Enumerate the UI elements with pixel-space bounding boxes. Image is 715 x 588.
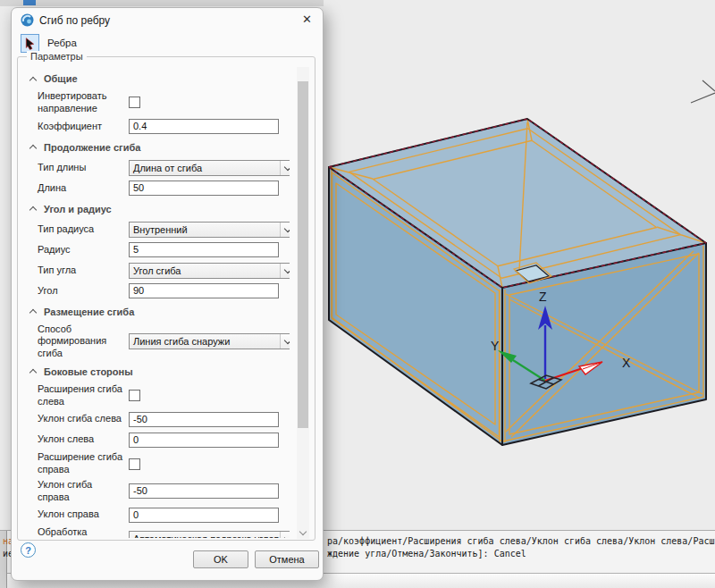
dropdown-value: Линия сгиба снаружи <box>133 336 230 347</box>
section-header[interactable]: Угол и радиус <box>29 200 290 218</box>
param-label: Тип угла <box>38 265 129 277</box>
dropdown[interactable]: Внутренний <box>129 222 290 238</box>
checkbox[interactable] <box>129 97 140 108</box>
param-label: Уклон справа <box>38 508 129 521</box>
parameters-groupbox: Параметры ОбщиеИнвертировать направление… <box>17 56 315 541</box>
chevron-down-icon <box>283 534 290 538</box>
param-row: Радиус5 <box>38 241 290 259</box>
param-row: Расширение сгиба справа <box>38 451 290 476</box>
dropdown-value: Угол сгиба <box>133 265 181 276</box>
param-label: Длина <box>38 182 129 195</box>
section-header[interactable]: Общие <box>29 70 290 88</box>
app-toolbar-fragment <box>0 0 324 6</box>
dropdown-value: Внутренний <box>133 224 188 235</box>
param-row: Тип углаУгол сгиба <box>38 262 290 280</box>
text-input[interactable]: 5 <box>129 242 279 257</box>
chevron-down-icon <box>283 265 290 273</box>
checkbox[interactable] <box>129 390 140 401</box>
text-input[interactable]: 0 <box>129 508 279 523</box>
edges-selector-label: Ребра <box>47 38 77 48</box>
param-label: Тип длины <box>38 162 129 174</box>
x-axis-label: X <box>622 356 631 370</box>
scroll-up-arrow[interactable] <box>297 67 309 80</box>
command-history-line-1: ра/коэффициент/Расширения сгиба слева/Ук… <box>327 536 715 546</box>
dropdown-value: Длина от сгиба <box>133 163 202 173</box>
chevron-down-icon <box>283 224 290 231</box>
dropdown-button[interactable] <box>280 223 290 237</box>
section-title: Боковые стороны <box>44 366 133 377</box>
section-title: Угол и радиус <box>44 204 112 214</box>
param-label: Уклон слева <box>38 433 129 446</box>
param-label: Инвертировать направление <box>38 90 129 115</box>
param-row: Тип длиныДлина от сгиба <box>38 159 290 177</box>
dropdown[interactable]: Линия сгиба снаружи <box>129 333 290 349</box>
param-row: Тип радиусаВнутренний <box>38 221 290 239</box>
edges-selector-row: Ребра <box>21 33 77 53</box>
y-axis-label: Y <box>491 339 500 353</box>
z-axis-label: Z <box>539 290 547 304</box>
param-label: Способ формирования сгиба <box>38 323 129 360</box>
collapse-chevron-icon <box>29 145 37 152</box>
cursor-icon <box>23 37 37 50</box>
param-label: Уклон сгиба слева <box>38 413 129 425</box>
edges-select-button[interactable] <box>21 34 39 53</box>
param-row: Уклон слева0 <box>38 431 290 449</box>
section-header[interactable]: Продолжение сгиба <box>29 139 290 156</box>
section-header[interactable]: Размещение сгиба <box>29 303 290 321</box>
param-label: Коэффициент <box>38 121 129 133</box>
dropdown[interactable]: Длина от сгиба <box>129 160 290 176</box>
text-input[interactable]: 50 <box>129 181 279 196</box>
parameters-group-title: Параметры <box>27 51 87 62</box>
text-input[interactable]: 0.4 <box>129 119 279 134</box>
chevron-down-icon <box>283 337 290 344</box>
param-label: Угол <box>38 285 129 298</box>
collapse-chevron-icon <box>29 369 37 376</box>
help-button[interactable]: ? <box>21 542 36 558</box>
chevron-down-icon <box>283 163 290 170</box>
param-label: Тип радиуса <box>38 223 129 236</box>
collapse-chevron-icon <box>29 206 37 214</box>
param-row: Угол90 <box>38 282 290 300</box>
dialog-titlebar[interactable]: Сгиб по ребру ✕ <box>12 8 323 31</box>
scroll-down-arrow[interactable] <box>297 526 309 539</box>
dialog-footer: ? OK Отмена <box>12 539 323 580</box>
chevron-down-icon <box>299 528 307 535</box>
checkbox[interactable] <box>129 458 140 470</box>
offscreen-geometry-lines <box>691 80 715 103</box>
section-title: Размещение сгиба <box>44 307 134 317</box>
section-title: Продолжение сгиба <box>44 142 140 153</box>
param-row: Уклон сгиба справа-50 <box>38 479 290 504</box>
text-input[interactable]: -50 <box>129 483 279 499</box>
text-input[interactable]: 0 <box>129 433 279 448</box>
param-label: Радиус <box>38 244 129 256</box>
ok-button[interactable]: OK <box>193 550 248 568</box>
dropdown-button[interactable] <box>280 264 290 278</box>
param-row: Уклон сгиба слева-50 <box>38 410 290 428</box>
dropdown-button[interactable] <box>280 334 290 349</box>
param-row: Расширения сгиба слева <box>38 383 290 408</box>
dialog-app-icon <box>21 13 34 27</box>
section-header[interactable]: Боковые стороны <box>29 363 290 381</box>
param-label: Расширение сгиба справа <box>38 451 129 476</box>
param-row: Коэффициент0.4 <box>38 118 290 136</box>
param-label: Обработка перекрытий <box>38 526 129 538</box>
dropdown-button[interactable] <box>280 532 290 538</box>
scrollbar-thumb[interactable] <box>298 81 308 428</box>
param-label: Расширения сгиба слева <box>38 383 129 408</box>
parameters-scrollbar[interactable] <box>297 67 309 539</box>
param-scroll-content: ОбщиеИнвертировать направлениеКоэффициен… <box>27 68 290 538</box>
collapse-chevron-icon <box>29 76 37 83</box>
bend-by-edge-dialog: Сгиб по ребру ✕ Ребра Параметры ОбщиеИнв… <box>11 7 324 581</box>
dropdown-button[interactable] <box>280 161 290 175</box>
text-input[interactable]: -50 <box>129 412 279 427</box>
param-row: Уклон справа0 <box>38 506 290 524</box>
dropdown[interactable]: Автоматическая подрезка углов <box>129 531 290 538</box>
text-input[interactable]: 90 <box>129 283 279 298</box>
param-row: Обработка перекрытийАвтоматическая подре… <box>38 526 290 538</box>
dropdown-value: Автоматическая подрезка углов <box>133 533 279 538</box>
dropdown[interactable]: Угол сгиба <box>129 263 290 279</box>
param-row: Инвертировать направление <box>38 90 290 115</box>
sheet-metal-box[interactable] <box>329 119 706 445</box>
cancel-button[interactable]: Отмена <box>255 550 319 568</box>
close-icon[interactable]: ✕ <box>302 13 312 26</box>
